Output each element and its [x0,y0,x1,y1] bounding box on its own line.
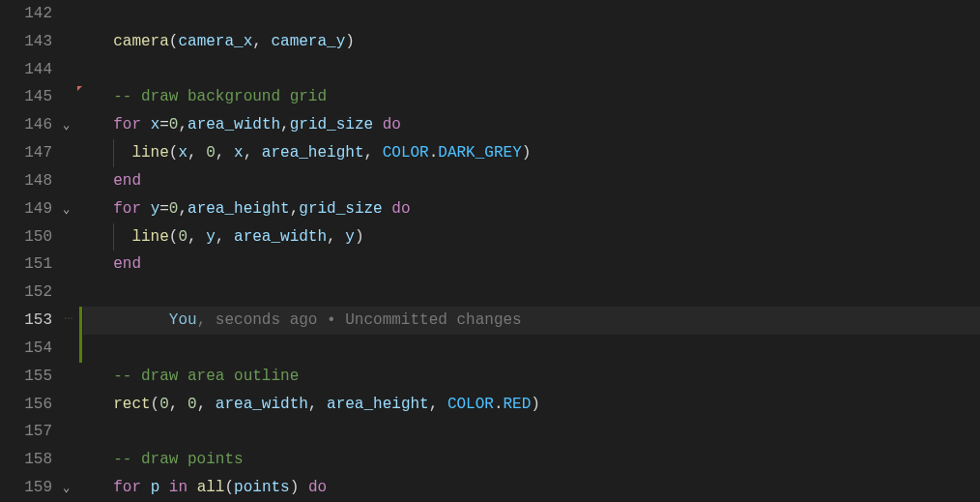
code-line[interactable]: camera(camera_x, camera_y) [95,28,355,56]
token-punc: , [187,228,206,246]
token-const: COLOR [447,396,494,413]
token-num: 0 [187,396,197,413]
line-number[interactable]: 156 [0,391,60,419]
token-fn: line [131,228,168,246]
token-punc: , [216,228,234,246]
line-number[interactable]: 143 [0,28,60,56]
fold-toggle-icon[interactable]: ⌄ [63,118,70,133]
token-punc: , [252,33,271,50]
token-fn: camera [113,33,169,50]
token-punc: , [197,396,216,413]
line-number[interactable]: 144 [0,56,60,84]
token-id: camera_y [271,33,345,50]
fold-column[interactable]: ⌄⌄⌄ [60,0,79,502]
token-punc: , [290,200,300,218]
code-line[interactable]: for y=0,area_height,grid_size do [95,195,411,223]
code-line[interactable]: You, seconds ago • Uncommitted changes [95,307,522,335]
token-kw: do [391,200,410,218]
token-kw: end [113,255,141,273]
fold-toggle-icon[interactable]: ⌄ [63,481,70,495]
code-line[interactable]: -- draw area outline [95,363,299,391]
line-number[interactable]: 153 [0,307,60,335]
line-number[interactable]: 157 [0,418,60,446]
line-number[interactable]: 147 [0,139,60,167]
code-line[interactable]: line(x, 0, x, area_height, COLOR.DARK_GR… [95,139,531,167]
token-id: y [206,228,216,246]
token-plain [141,200,151,218]
code-line[interactable]: rect(0, 0, area_width, area_height, COLO… [95,391,540,419]
token-num: 0 [169,200,179,218]
token-cmt: -- draw background grid [113,88,327,105]
token-kw: for [113,116,141,133]
token-kw: end [113,172,141,190]
token-cmt: -- draw points [113,451,243,468]
token-id: x [178,144,187,162]
code-line[interactable] [95,0,113,28]
token-fn: all [197,479,225,496]
token-punc: . [494,396,504,413]
token-plain [141,479,151,496]
fold-toggle-icon[interactable]: ⌄ [63,202,70,217]
token-punc: ) [290,479,300,496]
line-number[interactable]: 154 [0,335,60,363]
token-fn: line [131,144,168,162]
token-id: x [234,144,244,162]
token-id: y [345,228,355,246]
token-kw: do [383,116,401,133]
token-punc: ( [169,144,179,162]
bookmark-indicator-icon [77,86,82,91]
code-editor[interactable]: 1421431441451461471481491501511521531541… [0,0,980,502]
token-punc: , [308,396,327,413]
line-number[interactable]: 148 [0,167,60,195]
line-number-gutter[interactable]: 1421431441451461471481491501511521531541… [0,0,60,502]
token-var: p [151,479,160,496]
token-punc: ( [224,479,234,496]
code-line[interactable]: -- draw background grid [95,83,327,111]
code-line[interactable]: for x=0,area_width,grid_size do [95,111,401,139]
token-punc: , [429,396,447,413]
token-plain [141,116,151,133]
token-punc: ( [169,228,179,246]
code-line[interactable]: -- draw points [95,446,244,474]
token-punc: ) [355,228,364,246]
token-num: 0 [169,116,179,133]
token-punc: , [327,228,345,246]
token-punc: , [169,396,187,413]
line-number[interactable]: 142 [0,0,60,28]
line-number[interactable]: 158 [0,446,60,474]
git-blame-author: You [169,311,197,329]
line-number[interactable]: 149 [0,195,60,223]
line-number[interactable]: 145 [0,83,60,111]
line-number[interactable]: 146 [0,111,60,139]
token-plain [159,479,169,496]
line-number[interactable]: 151 [0,251,60,279]
token-fn: rect [113,396,150,413]
code-line[interactable]: end [95,251,141,279]
code-area[interactable]: camera(camera_x, camera_y) -- draw backg… [83,0,980,502]
token-num: 0 [206,144,216,162]
line-number[interactable]: 159 [0,474,60,502]
token-punc: , [363,144,382,162]
token-punc: ( [151,396,160,413]
token-var: x [151,116,160,133]
code-line[interactable]: end [95,167,141,195]
token-id: area_width [216,396,308,413]
token-id: area_height [187,200,290,218]
code-line[interactable]: for p in all(points) do [95,474,327,502]
token-punc: , [178,116,187,133]
token-kw: in [169,479,187,496]
token-kw: for [113,200,141,218]
token-const: COLOR [383,144,429,162]
token-punc: ) [531,396,540,413]
code-line[interactable]: line(0, y, area_width, y) [95,223,363,251]
line-number[interactable]: 150 [0,223,60,251]
line-number[interactable]: 155 [0,363,60,391]
line-number[interactable]: 152 [0,279,60,307]
token-prop: DARK_GREY [438,144,521,162]
token-id: grid_size [290,116,373,133]
token-plain [187,479,197,496]
token-plain [383,200,392,218]
token-num: 0 [178,228,187,246]
token-punc: ( [169,33,179,50]
git-blame-annotation: , seconds ago • Uncommitted changes [197,311,522,329]
